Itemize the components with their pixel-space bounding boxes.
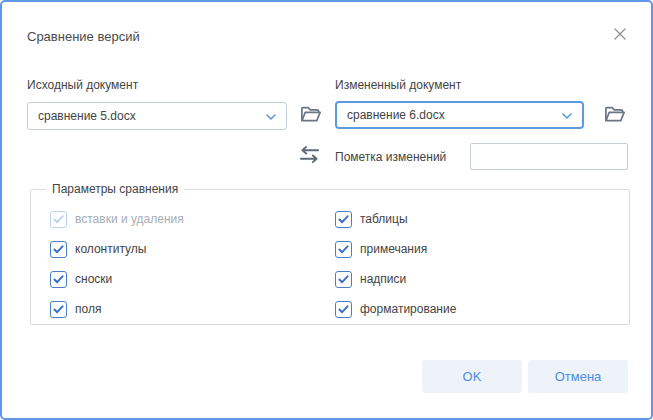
ok-button[interactable]: OK: [422, 360, 522, 393]
chevron-down-icon: [562, 108, 572, 122]
compare-versions-dialog: Сравнение версий Исходный документ Измен…: [0, 0, 653, 420]
check-icon: [50, 241, 67, 258]
dialog-title: Сравнение версий: [27, 29, 140, 44]
check-icon: [335, 211, 352, 228]
close-button[interactable]: [611, 26, 629, 44]
source-document-value: сравнение 5.docx: [38, 109, 266, 123]
check-icon: [335, 241, 352, 258]
checkbox-textboxes[interactable]: надписи: [335, 264, 456, 294]
change-mark-input[interactable]: [470, 143, 628, 170]
swap-horizontal-icon: [298, 145, 321, 167]
modified-document-label: Измененный документ: [335, 78, 461, 92]
options-column-right: таблицы примечания надписи форматировани…: [335, 204, 456, 324]
folder-open-icon: [298, 103, 324, 129]
check-icon: [335, 271, 352, 288]
checkbox-comments[interactable]: примечания: [335, 234, 456, 264]
options-column-left: вставки и удаления колонтитулы сноски по…: [50, 204, 184, 324]
change-mark-label: Пометка изменений: [335, 150, 446, 164]
comparison-options-group: Параметры сравнения вставки и удаления к…: [30, 189, 630, 325]
source-document-label: Исходный документ: [27, 78, 138, 92]
checkbox-fields[interactable]: поля: [50, 294, 184, 324]
checkbox-headers-footers[interactable]: колонтитулы: [50, 234, 184, 264]
swap-documents-button[interactable]: [295, 144, 323, 168]
comparison-options-legend: Параметры сравнения: [46, 182, 184, 196]
checkbox-insertions-deletions: вставки и удаления: [50, 204, 184, 234]
checkbox-tables[interactable]: таблицы: [335, 204, 456, 234]
close-icon: [614, 26, 626, 44]
checkbox-formatting[interactable]: форматирование: [335, 294, 456, 324]
browse-source-button[interactable]: [296, 102, 326, 130]
check-icon: [335, 301, 352, 318]
check-icon: [50, 271, 67, 288]
chevron-down-icon: [266, 109, 276, 123]
source-document-dropdown[interactable]: сравнение 5.docx: [27, 102, 287, 130]
modified-document-dropdown[interactable]: сравнение 6.docx: [335, 101, 584, 129]
check-icon: [50, 301, 67, 318]
browse-modified-button[interactable]: [600, 102, 630, 130]
cancel-button[interactable]: Отмена: [528, 360, 628, 393]
modified-document-value: сравнение 6.docx: [347, 108, 562, 122]
folder-open-icon: [602, 103, 628, 129]
check-icon: [50, 211, 67, 228]
checkbox-footnotes[interactable]: сноски: [50, 264, 184, 294]
